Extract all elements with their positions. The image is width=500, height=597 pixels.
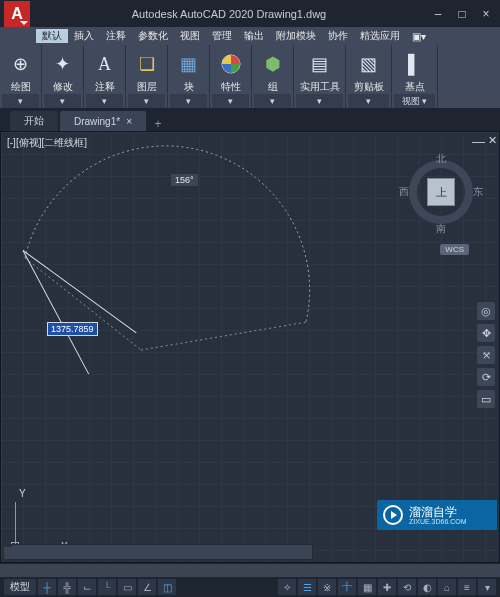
- basepoint-icon[interactable]: ▌: [399, 48, 431, 80]
- sb-dyn-icon[interactable]: ▦: [358, 579, 376, 595]
- nav-orbit-icon[interactable]: ⟳: [477, 368, 495, 386]
- wcs-badge[interactable]: WCS: [440, 244, 469, 255]
- sb-otrack-icon[interactable]: ✧: [278, 579, 296, 595]
- annotate-icon[interactable]: A: [89, 48, 121, 80]
- sb-transp-icon[interactable]: ※: [318, 579, 336, 595]
- annotate-label: 注释: [95, 80, 115, 94]
- command-line[interactable]: [11, 544, 313, 560]
- sb-osnap-icon[interactable]: ◫: [158, 579, 176, 595]
- dynamic-input[interactable]: 1375.7859: [47, 322, 98, 336]
- nav-zoom-icon[interactable]: ⤧: [477, 346, 495, 364]
- properties-icon[interactable]: [215, 48, 247, 80]
- sb-ws-icon[interactable]: ⌂: [438, 579, 456, 595]
- group-icon[interactable]: ⬢: [257, 48, 289, 80]
- svg-line-1: [141, 322, 307, 350]
- tab-collaborate[interactable]: 协作: [322, 29, 354, 43]
- angle-readout: 156°: [171, 174, 198, 186]
- util-drop[interactable]: ▾: [296, 94, 343, 108]
- ribbon-tabs: 默认 插入 注释 参数化 视图 管理 输出 附加模块 协作 精选应用 ▣▾: [0, 27, 500, 45]
- nav-showmotion-icon[interactable]: ▭: [477, 390, 495, 408]
- close-button[interactable]: ×: [476, 4, 496, 24]
- draw-drop[interactable]: ▾: [2, 94, 39, 108]
- modify-icon[interactable]: ✦: [47, 48, 79, 80]
- clipboard-drop[interactable]: ▾: [348, 94, 389, 108]
- status-bar: 模型 ┼ ╬ ⌙ └ ▭ ∠ ◫ ✧ ☰ ※ 十 ▦ ✚ ⟲ ◐ ⌂ ≡ ▾: [0, 577, 500, 597]
- clipboard-icon[interactable]: ▧: [353, 48, 385, 80]
- viewcube-west[interactable]: 西: [399, 185, 409, 199]
- navigation-bar: ◎ ✥ ⤧ ⟳ ▭: [477, 302, 495, 408]
- viewport-controls[interactable]: [-][俯视][二维线框]: [7, 136, 87, 150]
- sb-polar-icon[interactable]: ▭: [118, 579, 136, 595]
- draw-icon[interactable]: ⊕: [5, 48, 37, 80]
- tab-featured[interactable]: 精选应用: [354, 29, 406, 43]
- util-icon[interactable]: ▤: [304, 48, 336, 80]
- block-label: 块: [184, 80, 194, 94]
- drawing-viewport[interactable]: [-][俯视][二维线框] — ✕ 上 北 南 东 西 WCS ◎ ✥ ⤧ ⟳ …: [0, 131, 500, 563]
- group-drop[interactable]: ▾: [254, 94, 291, 108]
- watermark: 溜溜自学 ZIXUE.3D66.COM: [377, 500, 497, 530]
- ucs-icon[interactable]: Y X: [15, 496, 65, 546]
- block-drop[interactable]: ▾: [170, 94, 207, 108]
- tab-default[interactable]: 默认: [36, 29, 68, 43]
- sb-cycle-icon[interactable]: ⟲: [398, 579, 416, 595]
- properties-label: 特性: [221, 80, 241, 94]
- basepoint-foot[interactable]: 视图 ▾: [394, 94, 435, 108]
- tab-manage[interactable]: 管理: [206, 29, 238, 43]
- util-label: 实用工具: [300, 80, 340, 94]
- annotate-drop[interactable]: ▾: [86, 94, 123, 108]
- properties-drop[interactable]: ▾: [212, 94, 249, 108]
- sb-custom-icon[interactable]: ≡: [458, 579, 476, 595]
- sb-anno-icon[interactable]: ◐: [418, 579, 436, 595]
- tab-drawing1-label: Drawing1*: [74, 116, 120, 127]
- app-logo[interactable]: A: [4, 1, 30, 27]
- sb-qp-icon[interactable]: ✚: [378, 579, 396, 595]
- watermark-url: ZIXUE.3D66.COM: [409, 518, 467, 525]
- tab-drawing1[interactable]: Drawing1* ×: [60, 111, 146, 131]
- sb-iso-icon[interactable]: ∠: [138, 579, 156, 595]
- tab-output[interactable]: 输出: [238, 29, 270, 43]
- tab-close-icon[interactable]: ×: [126, 116, 132, 127]
- new-tab-button[interactable]: +: [148, 117, 168, 131]
- tab-insert[interactable]: 插入: [68, 29, 100, 43]
- sb-snap-icon[interactable]: ╬: [58, 579, 76, 595]
- viewcube[interactable]: 上 北 南 东 西: [401, 152, 481, 232]
- viewcube-north[interactable]: 北: [436, 152, 446, 166]
- layers-icon[interactable]: ❏: [131, 48, 163, 80]
- sb-infer-icon[interactable]: ⌙: [78, 579, 96, 595]
- ribbon: ⊕ 绘图 ▾ ✦ 修改 ▾ A 注释 ▾ ❏ 图层 ▾ ▦ 块 ▾ 特性 ▾: [0, 45, 500, 109]
- sb-3dosnap-icon[interactable]: 十: [338, 579, 356, 595]
- watermark-text: 溜溜自学: [409, 506, 467, 518]
- minimize-button[interactable]: –: [428, 4, 448, 24]
- sb-menu-icon[interactable]: ▾: [478, 579, 496, 595]
- nav-pan-icon[interactable]: ✥: [477, 324, 495, 342]
- tab-addins[interactable]: 附加模块: [270, 29, 322, 43]
- tab-start[interactable]: 开始: [10, 111, 58, 131]
- tab-more-icon[interactable]: ▣▾: [406, 31, 432, 42]
- maximize-button[interactable]: □: [452, 4, 472, 24]
- block-icon[interactable]: ▦: [173, 48, 205, 80]
- layers-drop[interactable]: ▾: [128, 94, 165, 108]
- viewport-close-icon[interactable]: ✕: [488, 134, 497, 147]
- sb-ortho-icon[interactable]: └: [98, 579, 116, 595]
- svg-line-2: [25, 258, 141, 350]
- viewport-minimize-icon[interactable]: —: [472, 134, 485, 149]
- basepoint-label: 基点: [405, 80, 425, 94]
- sb-lwt-icon[interactable]: ☰: [298, 579, 316, 595]
- tab-view[interactable]: 视图: [174, 29, 206, 43]
- viewcube-top-face[interactable]: 上: [427, 178, 455, 206]
- group-label: 组: [268, 80, 278, 94]
- viewcube-south[interactable]: 南: [436, 222, 446, 236]
- ucs-y-label: Y: [19, 488, 26, 499]
- horizontal-scrollbar[interactable]: [0, 563, 500, 577]
- sb-grid-icon[interactable]: ┼: [38, 579, 56, 595]
- tab-parametric[interactable]: 参数化: [132, 29, 174, 43]
- line-segment-2: [23, 250, 90, 374]
- modify-label: 修改: [53, 80, 73, 94]
- document-tabs: 开始 Drawing1* × +: [0, 109, 500, 131]
- viewcube-east[interactable]: 东: [473, 185, 483, 199]
- modify-drop[interactable]: ▾: [44, 94, 81, 108]
- line-segment-1: [23, 250, 137, 333]
- tab-annotate[interactable]: 注释: [100, 29, 132, 43]
- nav-wheel-icon[interactable]: ◎: [477, 302, 495, 320]
- model-tab[interactable]: 模型: [4, 579, 36, 595]
